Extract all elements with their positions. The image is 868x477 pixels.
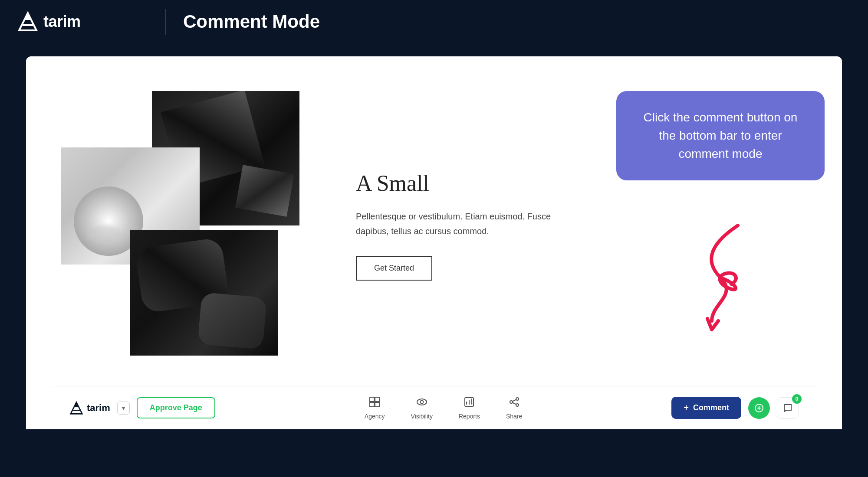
green-action-button[interactable]	[748, 397, 770, 419]
svg-point-14	[510, 401, 513, 403]
svg-point-11	[420, 400, 423, 403]
share-label: Share	[506, 413, 522, 420]
svg-point-15	[516, 404, 519, 406]
bottom-bar-left: tarim ▾ Approve Page	[69, 397, 215, 418]
bottom-nav: Agency Visibility Reports	[365, 396, 522, 420]
logo-area: tarim	[17, 11, 148, 32]
chat-badge: 0	[792, 394, 802, 404]
page-paragraph: Pellentesque or vestibulum. Etiam euismo…	[356, 209, 573, 238]
visibility-icon	[416, 396, 427, 410]
reports-nav-item[interactable]: Reports	[459, 396, 480, 420]
bottom-logo-icon	[69, 401, 83, 415]
chat-button[interactable]: 0	[777, 397, 799, 419]
svg-rect-9	[375, 402, 379, 407]
reports-icon	[464, 396, 475, 410]
main-content: A Small Pellentesque or vestibulum. Etia…	[0, 43, 868, 477]
comment-button[interactable]: + Comment	[671, 397, 741, 419]
page-title: Comment Mode	[183, 11, 320, 32]
top-header: tarim Comment Mode	[0, 0, 868, 43]
images-section	[61, 91, 321, 351]
get-started-button[interactable]: Get Started	[356, 256, 432, 281]
svg-point-10	[417, 399, 427, 405]
share-nav-item[interactable]: Share	[506, 396, 522, 420]
visibility-label: Visibility	[411, 413, 433, 420]
arrow-annotation	[668, 217, 755, 338]
visibility-nav-item[interactable]: Visibility	[411, 396, 433, 420]
atarim-logo-icon	[17, 11, 38, 32]
bottom-logo: tarim	[69, 401, 110, 415]
header-divider	[165, 9, 166, 35]
agency-icon	[369, 396, 380, 410]
page-content: A Small Pellentesque or vestibulum. Etia…	[26, 56, 842, 386]
tooltip-bubble: Click the comment button on the bottom b…	[616, 91, 825, 180]
bottom-bar-right: + Comment 0	[671, 397, 799, 419]
svg-point-13	[516, 398, 519, 400]
chevron-dropdown-button[interactable]: ▾	[117, 402, 130, 415]
share-icon	[509, 396, 520, 410]
svg-rect-7	[375, 397, 379, 402]
svg-line-17	[513, 402, 516, 404]
browser-frame: A Small Pellentesque or vestibulum. Etia…	[26, 56, 842, 429]
svg-rect-6	[370, 397, 374, 402]
svg-rect-8	[370, 402, 374, 407]
reports-label: Reports	[459, 413, 480, 420]
plus-icon: +	[684, 403, 689, 413]
tooltip-text: Click the comment button on the bottom b…	[638, 108, 803, 163]
bottom-logo-text: tarim	[87, 402, 110, 414]
comment-button-label: Comment	[693, 403, 729, 412]
agency-label: Agency	[365, 413, 385, 420]
svg-line-16	[513, 399, 516, 401]
approve-page-button[interactable]: Approve Page	[137, 397, 215, 418]
abstract-image-bottom	[130, 230, 278, 356]
agency-nav-item[interactable]: Agency	[365, 396, 385, 420]
atarim-logo-text: tarim	[43, 13, 81, 31]
bottom-bar: tarim ▾ Approve Page Agency Visibili	[52, 386, 816, 429]
